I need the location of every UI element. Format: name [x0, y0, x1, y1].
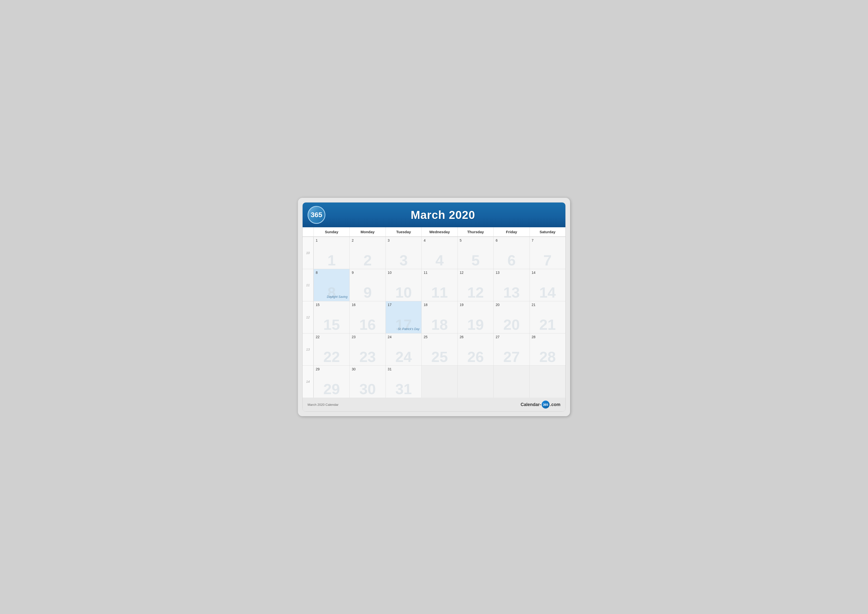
day-cell-7: 77 [530, 237, 566, 269]
day-number: 10 [388, 270, 419, 275]
day-cell-13: 1313 [493, 269, 529, 301]
day-cell-19: 1919 [457, 301, 493, 333]
week-num-header-empty [302, 227, 313, 236]
day-number: 4 [424, 238, 455, 242]
day-number: 14 [532, 270, 563, 275]
day-number: 16 [352, 303, 383, 307]
footer-left-text: March 2020 Calendar [308, 403, 338, 407]
week-num-13: 13 [302, 333, 313, 365]
day-watermark: 30 [359, 382, 376, 396]
day-cell-8: 88Daylight Saving [313, 269, 349, 301]
day-watermark: 13 [503, 285, 520, 300]
day-number: 31 [388, 367, 419, 371]
day-watermark: 12 [467, 285, 484, 300]
day-cell-3: 33 [386, 237, 422, 269]
day-cell-12: 1212 [457, 269, 493, 301]
day-cell-10: 1010 [386, 269, 422, 301]
footer-logo-365: 365 [542, 401, 550, 409]
day-cell-22: 2222 [313, 333, 349, 365]
day-cell-2: 22 [349, 237, 385, 269]
day-watermark: 6 [507, 253, 516, 268]
day-number: 7 [532, 238, 563, 242]
day-number: 21 [532, 303, 563, 307]
day-number: 26 [460, 335, 491, 339]
day-number: 5 [460, 238, 491, 242]
day-watermark: 16 [359, 317, 376, 332]
week-num-10: 10 [302, 237, 313, 269]
day-watermark: 15 [323, 317, 340, 332]
day-number: 13 [496, 270, 527, 275]
day-watermark: 25 [431, 350, 448, 364]
day-watermark: 11 [431, 285, 448, 300]
day-cell-23: 2323 [349, 333, 385, 365]
calendar-header: 365 March 2020 [302, 202, 566, 227]
day-watermark: 4 [436, 253, 444, 268]
day-header-thursday: Thursday [457, 227, 493, 236]
day-watermark: 19 [467, 317, 484, 332]
day-number: 2 [352, 238, 383, 242]
week-num-12: 12 [302, 301, 313, 333]
day-number: 27 [496, 335, 527, 339]
day-watermark: 26 [467, 350, 484, 364]
day-watermark: 9 [363, 285, 372, 300]
day-cell-27: 2727 [493, 333, 529, 365]
week-num-14: 14 [302, 365, 313, 398]
day-headers: SundayMondayTuesdayWednesdayThursdayFrid… [302, 227, 566, 237]
day-cell-17: 1717St. Patrick's Day [386, 301, 422, 333]
day-watermark: 2 [363, 253, 372, 268]
day-cell-4: 44 [422, 237, 457, 269]
day-watermark: 21 [539, 317, 556, 332]
day-cell-6: 66 [493, 237, 529, 269]
day-cell-15: 1515 [313, 301, 349, 333]
day-number: 9 [352, 270, 383, 275]
footer-logo-pre: Calendar- [521, 402, 541, 407]
day-watermark: 14 [539, 285, 556, 300]
day-watermark: 27 [503, 350, 520, 364]
day-number: 18 [424, 303, 455, 307]
day-cell-9: 99 [349, 269, 385, 301]
calendar-footer: March 2020 Calendar Calendar- 365 .com [302, 398, 566, 412]
week-num-11: 11 [302, 269, 313, 301]
day-number: 12 [460, 270, 491, 275]
day-header-tuesday: Tuesday [386, 227, 422, 236]
footer-logo-post: .com [550, 402, 560, 407]
day-number: 25 [424, 335, 455, 339]
calendar-grid: 10112233445566771188Daylight Saving99101… [302, 237, 566, 398]
day-cell-28: 2828 [530, 333, 566, 365]
day-number: 17 [388, 303, 419, 307]
day-cell-31: 3131 [386, 365, 422, 398]
day-cell-25: 2525 [422, 333, 457, 365]
day-cell-21: 2121 [530, 301, 566, 333]
day-header-friday: Friday [493, 227, 529, 236]
day-cell-empty [457, 365, 493, 398]
day-header-wednesday: Wednesday [422, 227, 457, 236]
day-number: 1 [316, 238, 347, 242]
day-cell-14: 1414 [530, 269, 566, 301]
day-number: 6 [496, 238, 527, 242]
day-watermark: 23 [359, 350, 376, 364]
day-watermark: 20 [503, 317, 520, 332]
day-number: 20 [496, 303, 527, 307]
footer-logo: Calendar- 365 .com [521, 401, 560, 409]
day-cell-26: 2626 [457, 333, 493, 365]
day-watermark: 29 [323, 382, 340, 396]
day-number: 30 [352, 367, 383, 371]
logo-circle: 365 [308, 206, 326, 224]
day-cell-20: 2020 [493, 301, 529, 333]
day-watermark: 24 [395, 350, 412, 364]
day-cell-11: 1111 [422, 269, 457, 301]
day-cell-5: 55 [457, 237, 493, 269]
calendar-container: 365 March 2020 SundayMondayTuesdayWednes… [302, 202, 566, 412]
day-header-sunday: Sunday [313, 227, 349, 236]
day-event-label: St. Patrick's Day [398, 327, 420, 331]
calendar-title: March 2020 [326, 208, 560, 222]
day-number: 8 [316, 270, 347, 275]
day-header-saturday: Saturday [530, 227, 566, 236]
day-watermark: 3 [399, 253, 408, 268]
day-watermark: 1 [328, 253, 336, 268]
day-cell-empty [493, 365, 529, 398]
day-number: 3 [388, 238, 419, 242]
day-number: 23 [352, 335, 383, 339]
day-number: 24 [388, 335, 419, 339]
day-header-monday: Monday [349, 227, 385, 236]
